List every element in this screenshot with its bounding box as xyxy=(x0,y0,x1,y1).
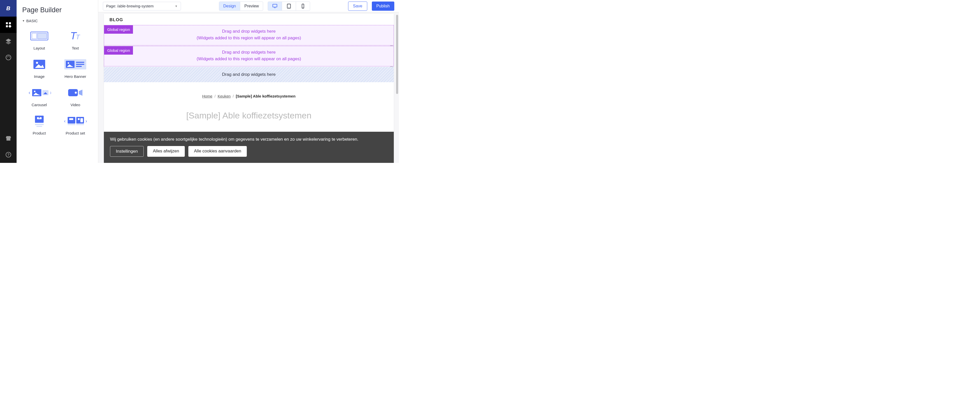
logo[interactable]: B xyxy=(0,0,17,17)
device-mobile[interactable] xyxy=(296,2,310,11)
svg-marker-3 xyxy=(8,25,11,28)
nav-layers[interactable] xyxy=(0,33,17,49)
main: Page: /able-brewing-system ▼ Design Prev… xyxy=(98,0,399,163)
chevron-down-icon: ▼ xyxy=(22,19,25,22)
svg-rect-52 xyxy=(274,7,276,8)
crumb-category[interactable]: Keuken xyxy=(218,94,231,98)
svg-point-35 xyxy=(75,92,77,94)
svg-rect-51 xyxy=(273,4,277,7)
svg-text:‹: ‹ xyxy=(29,90,30,95)
chevron-down-icon: ▼ xyxy=(175,5,178,8)
mode-preview[interactable]: Preview xyxy=(240,2,263,11)
svg-text:?: ? xyxy=(7,153,10,157)
desktop-icon xyxy=(272,3,278,9)
section-basic[interactable]: ▼ BASIC xyxy=(17,19,98,27)
svg-point-29 xyxy=(34,91,35,92)
local-region[interactable]: Drag and drop widgets here xyxy=(104,67,394,82)
svg-rect-2 xyxy=(6,25,8,27)
svg-rect-44 xyxy=(69,118,73,120)
svg-point-54 xyxy=(289,7,289,8)
svg-point-9 xyxy=(9,56,10,57)
svg-text:T: T xyxy=(76,33,80,41)
layout-icon xyxy=(29,30,49,41)
widget-video[interactable]: Video xyxy=(59,86,93,107)
svg-marker-36 xyxy=(79,90,83,96)
publish-button[interactable]: Publish xyxy=(372,2,394,11)
breadcrumb: Home / Keuken / [Sample] Able koffiezets… xyxy=(104,83,394,103)
svg-rect-49 xyxy=(76,124,84,125)
widget-label: Video xyxy=(70,103,80,107)
widget-carousel[interactable]: ‹› Carousel xyxy=(22,86,56,107)
svg-point-22 xyxy=(68,62,69,64)
sidebar-title: Page Builder xyxy=(17,0,98,19)
drop-hint: Drag and drop widgets here xyxy=(107,29,391,34)
region-tag: Global region xyxy=(104,46,133,55)
nav-help[interactable]: ? xyxy=(0,146,17,163)
svg-rect-40 xyxy=(35,124,44,125)
svg-rect-13 xyxy=(32,33,37,39)
store-icon xyxy=(5,135,12,141)
nav-theme[interactable] xyxy=(0,49,17,65)
svg-rect-25 xyxy=(76,64,84,65)
nav-store[interactable] xyxy=(0,130,17,146)
svg-rect-1 xyxy=(9,22,11,24)
region-tag: Global region xyxy=(104,25,133,34)
left-nav-rail: B ? xyxy=(0,0,17,163)
widget-label: Layout xyxy=(33,46,45,50)
page-title: [Sample] Able koffiezetsystemen xyxy=(104,103,394,123)
svg-rect-0 xyxy=(6,22,8,24)
widget-label: Hero Banner xyxy=(65,74,86,79)
svg-rect-26 xyxy=(76,66,82,67)
help-icon: ? xyxy=(5,151,12,158)
nav-widgets[interactable] xyxy=(0,17,17,33)
scrollbar-outer[interactable] xyxy=(395,15,399,160)
drop-hint: Drag and drop widgets here xyxy=(107,50,391,55)
device-desktop[interactable] xyxy=(268,2,282,11)
device-toggle xyxy=(268,2,310,11)
svg-rect-48 xyxy=(80,118,83,122)
hero-icon xyxy=(64,59,87,70)
mobile-icon xyxy=(300,3,306,9)
carousel-icon: ‹› xyxy=(27,87,51,98)
mode-toggle: Design Preview xyxy=(219,2,263,11)
nav-blog-link[interactable]: BLOG xyxy=(104,14,394,25)
page-selector-label: Page: /able-brewing-system xyxy=(106,4,154,8)
svg-text:‹: ‹ xyxy=(64,118,65,124)
save-button[interactable]: Save xyxy=(348,2,367,11)
text-icon: TT xyxy=(68,30,83,42)
svg-text:›: › xyxy=(86,118,87,124)
widget-product-set[interactable]: ‹› Product set xyxy=(59,114,93,135)
widget-hero-banner[interactable]: Hero Banner xyxy=(59,57,93,79)
widget-label: Product xyxy=(33,131,46,135)
page-selector[interactable]: Page: /able-brewing-system ▼ xyxy=(103,2,181,11)
drop-hint-sub: (Widgets added to this region will appea… xyxy=(107,35,391,41)
widget-layout[interactable]: Layout xyxy=(22,29,56,50)
widget-label: Text xyxy=(72,46,79,50)
widget-text[interactable]: TT Text xyxy=(59,29,93,50)
widget-image[interactable]: Image xyxy=(22,57,56,79)
widget-label: Carousel xyxy=(32,103,47,107)
svg-rect-24 xyxy=(76,62,84,63)
cookie-settings-button[interactable]: Instellingen xyxy=(110,146,144,157)
svg-point-7 xyxy=(7,56,8,57)
section-label: BASIC xyxy=(26,19,38,23)
widget-label: Image xyxy=(34,74,45,79)
device-tablet[interactable] xyxy=(282,2,296,11)
cookie-accept-button[interactable]: Alle cookies aanvaarden xyxy=(188,146,247,157)
svg-marker-5 xyxy=(6,41,11,45)
tablet-icon xyxy=(286,3,292,9)
sidebar: Page Builder ▼ BASIC Layout TT Text Imag… xyxy=(17,0,98,163)
svg-rect-45 xyxy=(68,124,75,125)
video-icon xyxy=(67,87,83,98)
mode-design[interactable]: Design xyxy=(219,2,240,11)
global-region-2[interactable]: Global region Drag and drop widgets here… xyxy=(104,46,394,66)
cookie-reject-button[interactable]: Alles afwijzen xyxy=(147,146,185,157)
product-set-icon: ‹› xyxy=(64,115,87,127)
widget-product[interactable]: Product xyxy=(22,114,56,135)
widget-label: Product set xyxy=(65,131,85,135)
widgets-icon xyxy=(5,21,12,28)
image-icon xyxy=(32,59,46,70)
global-region-1[interactable]: Global region Drag and drop widgets here… xyxy=(104,25,394,45)
crumb-home[interactable]: Home xyxy=(202,94,212,98)
cookie-message: Wij gebruiken cookies (en andere soortge… xyxy=(110,137,388,142)
